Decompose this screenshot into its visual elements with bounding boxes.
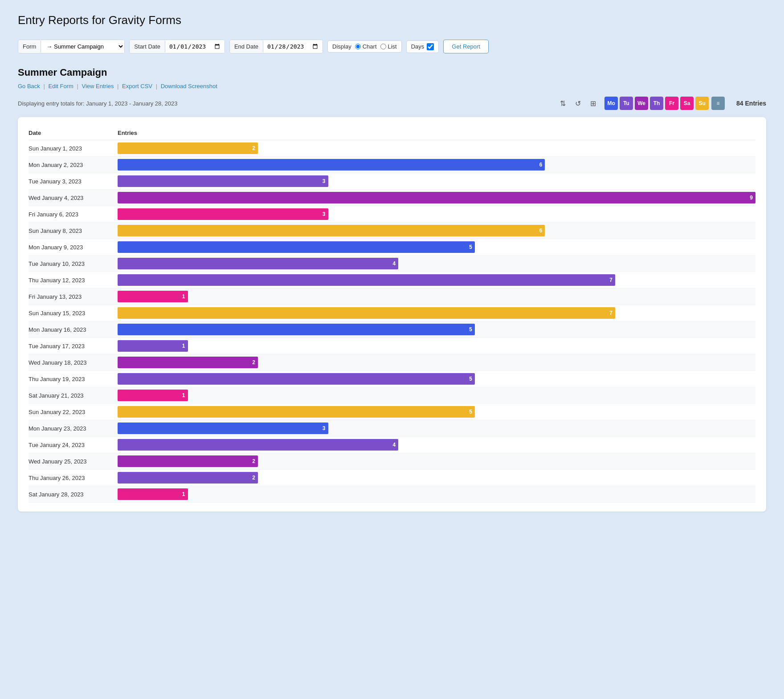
row-bar-cell: 3 bbox=[118, 420, 755, 437]
end-date-input[interactable] bbox=[263, 40, 323, 53]
page-title: Entry Reports for Gravity Forms bbox=[18, 13, 766, 27]
form-label: Form bbox=[18, 41, 41, 53]
display-chart-radio[interactable] bbox=[355, 44, 361, 49]
table-row: Wed January 4, 20239 bbox=[29, 190, 755, 206]
grid-icon-button[interactable]: ⊞ bbox=[587, 97, 599, 110]
row-date: Tue January 3, 2023 bbox=[29, 173, 118, 190]
display-list-option[interactable]: List bbox=[380, 43, 397, 50]
row-bar-cell: 5 bbox=[118, 404, 755, 420]
start-date-input[interactable] bbox=[165, 40, 225, 53]
go-back-link[interactable]: Go Back bbox=[18, 83, 40, 89]
table-row: Tue January 24, 20234 bbox=[29, 437, 755, 453]
day-btn-su[interactable]: Su bbox=[695, 97, 709, 110]
table-row: Wed January 25, 20232 bbox=[29, 453, 755, 470]
display-chart-label: Chart bbox=[363, 43, 377, 50]
day-btn-mo[interactable]: Mo bbox=[604, 97, 618, 110]
row-bar-cell: 2 bbox=[118, 354, 755, 371]
bar-value: 1 bbox=[182, 343, 185, 349]
table-row: Tue January 17, 20231 bbox=[29, 338, 755, 354]
row-date: Sun January 22, 2023 bbox=[29, 404, 118, 420]
row-date: Wed January 25, 2023 bbox=[29, 453, 118, 470]
display-range-text: Displaying entry totals for: January 1, … bbox=[18, 100, 177, 107]
row-bar-cell: 1 bbox=[118, 338, 755, 354]
display-list-radio[interactable] bbox=[380, 44, 386, 49]
bar-value: 2 bbox=[252, 458, 255, 464]
table-row: Sun January 1, 20232 bbox=[29, 140, 755, 157]
day-btn-th[interactable]: Th bbox=[650, 97, 663, 110]
day-buttons: MoTuWeThFrSaSu bbox=[604, 97, 709, 110]
view-entries-link[interactable]: View Entries bbox=[82, 83, 114, 89]
display-chart-option[interactable]: Chart bbox=[355, 43, 377, 50]
row-bar-cell: 6 bbox=[118, 223, 755, 239]
table-row: Tue January 3, 20233 bbox=[29, 173, 755, 190]
row-date: Mon January 2, 2023 bbox=[29, 157, 118, 173]
form-select[interactable]: → Summer Campaign bbox=[41, 40, 124, 53]
table-row: Sat January 28, 20231 bbox=[29, 486, 755, 503]
row-date: Thu January 26, 2023 bbox=[29, 470, 118, 486]
row-bar-cell: 7 bbox=[118, 305, 755, 321]
day-btn-sa[interactable]: Sa bbox=[680, 97, 694, 110]
bar-value: 7 bbox=[609, 310, 612, 316]
row-date: Tue January 10, 2023 bbox=[29, 256, 118, 272]
days-checkbox[interactable] bbox=[427, 43, 434, 50]
start-date-group: Start Date bbox=[129, 40, 225, 53]
bar-value: 2 bbox=[252, 359, 255, 366]
row-bar-cell: 7 bbox=[118, 272, 755, 289]
bar-value: 1 bbox=[182, 491, 185, 497]
row-bar-cell: 4 bbox=[118, 256, 755, 272]
menu-button[interactable]: ≡ bbox=[711, 97, 725, 110]
bar-value: 5 bbox=[469, 244, 472, 250]
bar-value: 9 bbox=[750, 195, 753, 201]
refresh-icon-button[interactable]: ↺ bbox=[572, 97, 584, 110]
export-csv-link[interactable]: Export CSV bbox=[122, 83, 152, 89]
get-report-button[interactable]: Get Report bbox=[443, 40, 489, 53]
row-date: Wed January 4, 2023 bbox=[29, 190, 118, 206]
row-bar-cell: 5 bbox=[118, 239, 755, 256]
form-group: Form → Summer Campaign bbox=[18, 40, 125, 53]
row-bar-cell: 2 bbox=[118, 453, 755, 470]
table-row: Sun January 8, 20236 bbox=[29, 223, 755, 239]
row-bar-cell: 1 bbox=[118, 289, 755, 305]
row-date: Thu January 12, 2023 bbox=[29, 272, 118, 289]
download-screenshot-link[interactable]: Download Screenshot bbox=[161, 83, 217, 89]
start-date-label: Start Date bbox=[130, 41, 165, 53]
bar-value: 3 bbox=[323, 425, 326, 431]
days-label: Days bbox=[411, 43, 425, 50]
bar-value: 3 bbox=[323, 211, 326, 217]
bar-value: 5 bbox=[469, 409, 472, 415]
row-date: Sat January 28, 2023 bbox=[29, 486, 118, 503]
bar-value: 6 bbox=[539, 162, 543, 168]
bar-value: 2 bbox=[252, 145, 255, 151]
day-btn-fr[interactable]: Fr bbox=[665, 97, 678, 110]
bar-value: 5 bbox=[469, 376, 472, 382]
row-date: Mon January 9, 2023 bbox=[29, 239, 118, 256]
row-bar-cell: 2 bbox=[118, 140, 755, 157]
row-bar-cell: 1 bbox=[118, 486, 755, 503]
table-row: Sat January 21, 20231 bbox=[29, 387, 755, 404]
controls-right: ⇅ ↺ ⊞ MoTuWeThFrSaSu ≡ 84 Entries bbox=[556, 97, 766, 110]
row-date: Sun January 8, 2023 bbox=[29, 223, 118, 239]
bar-value: 4 bbox=[392, 442, 396, 448]
display-group: Display Chart List bbox=[327, 41, 402, 53]
bar-value: 1 bbox=[182, 392, 185, 398]
sort-icon-button[interactable]: ⇅ bbox=[556, 97, 569, 110]
table-row: Fri January 13, 20231 bbox=[29, 289, 755, 305]
row-bar-cell: 9 bbox=[118, 190, 755, 206]
row-bar-cell: 4 bbox=[118, 437, 755, 453]
bar-value: 3 bbox=[323, 178, 326, 184]
entries-count: 84 Entries bbox=[736, 100, 766, 107]
day-btn-tu[interactable]: Tu bbox=[620, 97, 633, 110]
row-bar-cell: 6 bbox=[118, 157, 755, 173]
table-row: Mon January 2, 20236 bbox=[29, 157, 755, 173]
table-row: Wed January 18, 20232 bbox=[29, 354, 755, 371]
row-date: Tue January 17, 2023 bbox=[29, 338, 118, 354]
links-bar: Go Back | Edit Form | View Entries | Exp… bbox=[18, 83, 766, 89]
table-row: Sun January 22, 20235 bbox=[29, 404, 755, 420]
day-btn-we[interactable]: We bbox=[635, 97, 648, 110]
edit-form-link[interactable]: Edit Form bbox=[48, 83, 73, 89]
display-list-label: List bbox=[388, 43, 397, 50]
table-row: Mon January 9, 20235 bbox=[29, 239, 755, 256]
chart-container: Date Entries Sun January 1, 20232Mon Jan… bbox=[18, 117, 766, 512]
table-header-row: Date Entries bbox=[29, 126, 755, 140]
row-date: Sun January 1, 2023 bbox=[29, 140, 118, 157]
